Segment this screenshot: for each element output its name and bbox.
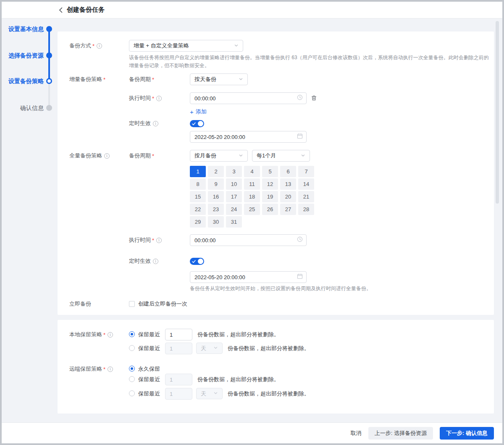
day-cell-16[interactable]: 16 xyxy=(208,191,224,202)
select-value: 按天备份 xyxy=(194,76,216,83)
immediate-backup-label: 立即备份 xyxy=(69,298,91,310)
day-cell-8[interactable]: 8 xyxy=(190,178,206,190)
step-backup-strategy[interactable]: 设置备份策略 xyxy=(2,77,57,85)
day-cell-5[interactable]: 5 xyxy=(262,166,278,177)
local-retention-unit-select-disabled: 天 xyxy=(196,343,223,354)
prev-step-button[interactable]: 上一步: 选择备份资源 xyxy=(368,427,433,440)
day-cell-10[interactable]: 10 xyxy=(226,178,242,190)
delete-time-button[interactable] xyxy=(311,95,317,103)
required-marker: * xyxy=(103,76,105,83)
chevron-down-icon xyxy=(239,76,243,83)
day-cell-1[interactable]: 1 xyxy=(190,166,206,177)
day-cell-3[interactable]: 3 xyxy=(226,166,242,177)
step-dot-pending xyxy=(46,105,52,111)
day-cell-31[interactable]: 31 xyxy=(226,216,242,228)
label-text: 执行时间 xyxy=(129,94,151,102)
step-dot-filled xyxy=(46,26,52,32)
label-text: 备份周期 xyxy=(129,152,151,160)
step-confirm-info[interactable]: 确认信息 xyxy=(2,104,57,112)
label-text: 执行时间 xyxy=(129,236,151,244)
add-label: 添加 xyxy=(196,108,207,115)
day-cell-19[interactable]: 19 xyxy=(262,191,278,202)
day-cell-27[interactable]: 27 xyxy=(280,204,296,215)
incremental-cycle-select[interactable]: 按天备份 xyxy=(190,73,248,85)
label-text: 增量备份策略 xyxy=(69,76,102,83)
day-cell-7[interactable]: 7 xyxy=(298,166,314,177)
radio-selected[interactable] xyxy=(129,331,135,337)
info-icon[interactable]: i xyxy=(97,43,102,49)
select-value: 天 xyxy=(201,345,206,352)
retention-panel: 本地保留策略*i 保留最近 份备份数据，超出部分将被删除。 保留最近 天 份备份… xyxy=(58,320,494,414)
backup-now-checkbox[interactable] xyxy=(129,301,135,307)
incremental-time-input[interactable] xyxy=(190,92,307,104)
info-icon[interactable]: i xyxy=(156,238,162,243)
info-icon[interactable]: i xyxy=(153,259,158,264)
select-value: 按月备份 xyxy=(194,152,216,160)
stepper: 设置基本信息 选择备份资源 设置备份策略 确认信息 xyxy=(2,2,57,443)
label-text: 定时生效 xyxy=(129,120,151,127)
label-text: 全量备份策略 xyxy=(69,152,102,160)
required-marker: * xyxy=(92,43,94,49)
step-label: 设置备份策略 xyxy=(2,77,44,85)
day-cell-11[interactable]: 11 xyxy=(244,178,260,190)
radio-selected[interactable] xyxy=(129,366,135,372)
incremental-cycle-row: 增量备份策略* 备份周期* 按天备份 xyxy=(58,73,494,85)
chevron-down-icon xyxy=(301,153,305,159)
day-cell-17[interactable]: 17 xyxy=(226,191,242,202)
day-cell-23[interactable]: 23 xyxy=(208,204,224,215)
full-cycle-label: 备份周期* xyxy=(129,150,154,162)
step-basic-info[interactable]: 设置基本信息 xyxy=(2,25,57,33)
day-cell-4[interactable]: 4 xyxy=(244,166,260,177)
backup-method-row: 备份方式*i 增量 + 自定义全量策略 xyxy=(58,40,494,52)
day-cell-18[interactable]: 18 xyxy=(244,191,260,202)
strategy-panel: 备份方式*i 增量 + 自定义全量策略 该备份任务将按照用户自定义的增量策略进行… xyxy=(58,31,494,315)
add-time-button[interactable]: + 添加 xyxy=(190,108,207,115)
full-schedule-note: 备份任务从定时生效时间开始，按照已设置的备份周期及执行时间进行全量备份。 xyxy=(190,285,371,292)
day-cell-9[interactable]: 9 xyxy=(208,178,224,190)
day-cell-30[interactable]: 30 xyxy=(208,216,224,228)
radio-unselected[interactable] xyxy=(129,390,135,396)
cancel-button[interactable]: 取消 xyxy=(351,429,362,437)
plus-icon: + xyxy=(190,109,194,115)
day-cell-14[interactable]: 14 xyxy=(298,178,314,190)
full-time-label: 执行时间*i xyxy=(129,234,162,246)
page-header: 创建备份任务 xyxy=(2,2,502,18)
day-cell-22[interactable]: 22 xyxy=(190,204,206,215)
info-icon[interactable]: i xyxy=(156,96,162,101)
full-interval-select[interactable]: 每1个月 xyxy=(252,150,310,162)
day-cell-20[interactable]: 20 xyxy=(280,191,296,202)
step-label: 设置基本信息 xyxy=(2,25,44,33)
day-cell-29[interactable]: 29 xyxy=(190,216,206,228)
backup-method-select[interactable]: 增量 + 自定义全量策略 xyxy=(129,40,243,52)
radio-unselected[interactable] xyxy=(129,376,135,382)
back-icon[interactable] xyxy=(57,6,64,14)
remote-retention-count-input-disabled xyxy=(165,374,192,385)
incremental-schedule-toggle[interactable] xyxy=(190,120,204,127)
next-step-button[interactable]: 下一步: 确认信息 xyxy=(440,427,494,440)
incremental-date-input[interactable] xyxy=(190,131,307,143)
day-cell-26[interactable]: 26 xyxy=(262,204,278,215)
full-cycle-select[interactable]: 按月备份 xyxy=(190,150,248,162)
day-cell-24[interactable]: 24 xyxy=(226,204,242,215)
incremental-schedule-label: 定时生效i xyxy=(129,118,158,129)
radio-unselected[interactable] xyxy=(129,345,135,351)
scrollbar-thumb[interactable] xyxy=(496,21,499,204)
day-cell-12[interactable]: 12 xyxy=(262,178,278,190)
full-time-input[interactable] xyxy=(190,234,307,246)
day-cell-28[interactable]: 28 xyxy=(298,204,314,215)
day-cell-2[interactable]: 2 xyxy=(208,166,224,177)
day-grid: 1234567891011121314151617181920212223242… xyxy=(190,166,314,228)
day-cell-13[interactable]: 13 xyxy=(280,178,296,190)
full-schedule-toggle[interactable] xyxy=(190,258,204,265)
info-icon[interactable]: i xyxy=(104,153,110,159)
remote-retention-option-3: 保留最近 天 份备份数据，超出部分将被删除。 xyxy=(58,388,494,399)
day-cell-6[interactable]: 6 xyxy=(280,166,296,177)
day-cell-15[interactable]: 15 xyxy=(190,191,206,202)
local-retention-count-input[interactable] xyxy=(165,329,192,340)
day-cell-25[interactable]: 25 xyxy=(244,204,260,215)
full-date-input[interactable] xyxy=(190,271,307,283)
step-select-resource[interactable]: 选择备份资源 xyxy=(2,51,57,60)
required-marker: * xyxy=(152,95,154,102)
info-icon[interactable]: i xyxy=(153,121,158,126)
day-cell-21[interactable]: 21 xyxy=(298,191,314,202)
